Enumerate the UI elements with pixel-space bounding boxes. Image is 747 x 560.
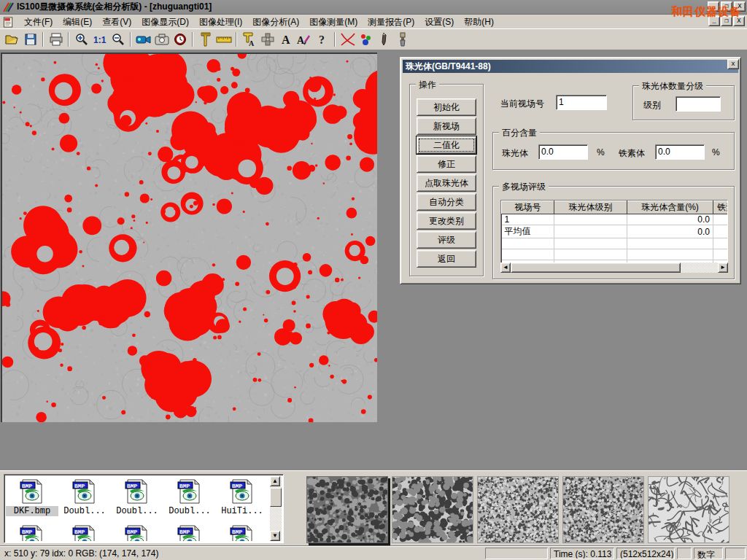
ruler-icon xyxy=(216,34,232,44)
menu-image-measure[interactable]: 图像测量(M) xyxy=(304,15,363,30)
rate-button[interactable]: 评级 xyxy=(417,231,476,249)
metallograph-image[interactable] xyxy=(1,52,377,422)
toolbar: 1:1 xyxy=(0,28,747,50)
bmp-file-icon: BMP xyxy=(72,525,97,541)
file-item[interactable]: BMP xyxy=(58,525,111,541)
ferrite-label: 铁素体 xyxy=(619,147,645,160)
file-name: Doubl... xyxy=(58,506,111,516)
particle-marker-button[interactable] xyxy=(357,31,375,48)
actual-size-button[interactable]: 1:1 xyxy=(90,31,109,48)
colored-dots-icon xyxy=(359,33,374,46)
thumbnail-2[interactable] xyxy=(392,476,473,543)
table-horizontal-scrollbar[interactable]: ◄ ► xyxy=(500,262,728,273)
grade-input[interactable] xyxy=(676,96,721,112)
current-field-input[interactable]: 1 xyxy=(556,95,607,110)
document-icon[interactable] xyxy=(3,17,15,28)
file-item[interactable]: BMP xyxy=(111,525,163,541)
ruler-button[interactable] xyxy=(214,31,233,48)
binarize-button[interactable]: 二值化 xyxy=(417,136,476,154)
grid-tool-button[interactable] xyxy=(258,31,276,48)
menu-view[interactable]: 查看(V) xyxy=(97,15,136,30)
menu-edit[interactable]: 编辑(E) xyxy=(58,15,97,30)
dialog-close-icon[interactable]: x xyxy=(727,59,739,69)
bmp-file-icon: BMP xyxy=(20,479,44,504)
thumbnail-4[interactable] xyxy=(562,476,644,543)
annotate-tool-button[interactable]: A xyxy=(295,31,313,48)
zoom-out-button[interactable] xyxy=(109,31,127,48)
video-capture-button[interactable] xyxy=(134,31,152,48)
dialog-title-bar[interactable]: 珠光体(GB/T9441-88) xyxy=(403,60,738,73)
file-item[interactable]: BMP xyxy=(163,525,216,541)
file-item[interactable]: BMPDoubl... xyxy=(163,479,216,516)
mdi-workspace: 珠光体(GB/T9441-88) x 操作 初始化 新视场 二值化 修正 点取珠… xyxy=(0,50,747,470)
col-pearlite-grade[interactable]: 珠光体级别 xyxy=(554,201,627,214)
pick-pearlite-button[interactable]: 点取珠光体 xyxy=(417,174,476,192)
scroll-down-icon[interactable]: ▼ xyxy=(270,531,280,541)
pearlite-input[interactable]: 0.0 xyxy=(538,144,588,160)
scroll-thumb[interactable] xyxy=(511,262,681,273)
caliper-button[interactable] xyxy=(196,31,214,48)
pen-icon xyxy=(380,32,389,47)
return-button[interactable]: 返回 xyxy=(417,250,476,268)
menu-image-display[interactable]: 图像显示(D) xyxy=(136,15,194,30)
help-button[interactable]: ? xyxy=(313,31,331,48)
new-field-button[interactable]: 新视场 xyxy=(417,117,476,135)
svg-text:BMP: BMP xyxy=(232,483,243,489)
auto-classify-button[interactable]: 自动分类 xyxy=(417,193,476,211)
text-tool-button[interactable]: A xyxy=(276,31,295,48)
timer-button[interactable] xyxy=(171,31,189,48)
file-list-scrollbar[interactable]: ▲ ▼ xyxy=(270,476,282,541)
camera-icon xyxy=(155,34,169,45)
file-item[interactable]: BMPDKF.bmp xyxy=(6,479,58,516)
thumbnail-3[interactable] xyxy=(477,476,559,543)
col-ferrite-content[interactable]: 铁素体含量(%) xyxy=(713,201,729,214)
init-button[interactable]: 初始化 xyxy=(417,98,476,116)
thumbnail-1[interactable] xyxy=(306,476,388,543)
rating-table[interactable]: 视场号 珠光体级别 珠光体含量(%) 铁素体含量(%) 1 0.0 平均值 0.… xyxy=(500,200,728,268)
status-mode: 数字 xyxy=(694,548,723,559)
file-item[interactable]: BMPDoubl... xyxy=(58,479,111,516)
multi-field-group-label: 多视场评级 xyxy=(499,181,549,193)
curve-icon xyxy=(340,32,356,47)
ferrite-input[interactable]: 0.0 xyxy=(655,144,705,160)
brush-tool-button[interactable] xyxy=(393,31,411,48)
change-class-button[interactable]: 更改类别 xyxy=(417,212,476,230)
multi-field-group: 多视场评级 视场号 珠光体级别 珠光体含量(%) 铁素体含量(%) 1 0.0 xyxy=(492,186,735,279)
scroll-left-icon[interactable]: ◄ xyxy=(500,262,511,273)
correct-button[interactable]: 修正 xyxy=(417,155,476,173)
curve-tool-button[interactable] xyxy=(338,31,357,48)
menu-help[interactable]: 帮助(H) xyxy=(459,15,499,30)
pixel-info: x: 510 y: 79 idx: 0 RGB: (174, 174, 174) xyxy=(1,548,483,559)
grade-label: 级别 xyxy=(643,99,661,112)
file-browser: BMPDKF.bmpBMPDoubl...BMPDoubl...BMPDoubl… xyxy=(4,474,284,543)
file-item[interactable]: BMP xyxy=(216,525,268,541)
print-button[interactable] xyxy=(47,31,65,48)
menu-file[interactable]: 文件(F) xyxy=(19,15,58,30)
file-item[interactable]: BMPHuiTi... xyxy=(216,479,268,516)
scroll-up-icon[interactable]: ▲ xyxy=(270,476,280,486)
pen-tool-button[interactable] xyxy=(375,31,393,48)
menu-report[interactable]: 测量报告(P) xyxy=(363,15,419,30)
scroll-thumb[interactable] xyxy=(270,488,282,507)
thumbnail-5[interactable] xyxy=(648,476,729,543)
scroll-right-icon[interactable]: ► xyxy=(718,262,728,273)
svg-text:BMP: BMP xyxy=(22,529,33,535)
menu-settings[interactable]: 设置(S) xyxy=(419,15,459,30)
menu-image-process[interactable]: 图像处理(I) xyxy=(194,15,247,30)
camera-capture-button[interactable] xyxy=(152,31,171,48)
svg-text:A: A xyxy=(282,34,290,46)
zoom-in-button[interactable] xyxy=(72,31,90,48)
col-field-number[interactable]: 视场号 xyxy=(502,201,554,214)
save-button[interactable] xyxy=(21,31,39,48)
table-row[interactable]: 1 0.0 xyxy=(502,214,729,225)
file-item[interactable]: BMPDoubl... xyxy=(111,479,163,516)
col-pearlite-content[interactable]: 珠光体含量(%) xyxy=(627,201,713,214)
open-button[interactable] xyxy=(3,31,21,48)
measure-label-button[interactable]: A xyxy=(240,31,258,48)
file-item[interactable]: BMP xyxy=(6,525,58,541)
toolbar-separator xyxy=(236,32,237,47)
table-row[interactable]: 平均值 0.0 xyxy=(502,225,729,238)
menu-image-analysis[interactable]: 图像分析(A) xyxy=(247,15,304,30)
percent-group: 百分含量 珠光体 0.0 % 铁素体 0.0 % xyxy=(492,132,735,170)
file-name: Doubl... xyxy=(111,506,163,516)
